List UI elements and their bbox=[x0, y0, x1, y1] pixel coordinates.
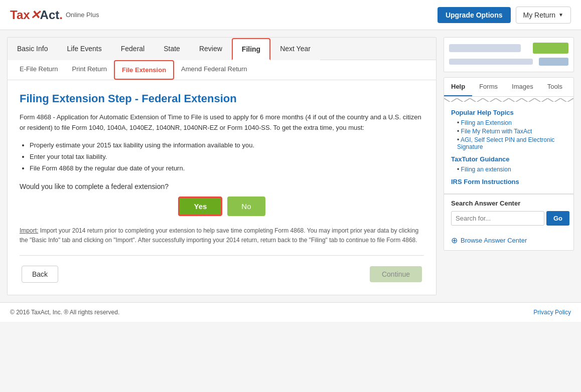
question-text: Would you like to complete a federal ext… bbox=[20, 182, 424, 190]
chevron-down-icon: ▼ bbox=[558, 12, 563, 18]
tab-review[interactable]: Review bbox=[190, 38, 232, 60]
page-description: Form 4868 - Application for Automatic Ex… bbox=[20, 112, 424, 133]
list-item: Properly estimate your 2015 tax liabilit… bbox=[30, 139, 424, 151]
yes-button[interactable]: Yes bbox=[178, 197, 222, 216]
divider bbox=[20, 255, 424, 256]
tab-basic-info[interactable]: Basic Info bbox=[8, 38, 57, 60]
placeholder-bar-blue bbox=[539, 58, 569, 66]
search-row: Go bbox=[451, 211, 566, 226]
footer: © 2016 TaxAct, Inc. ® All rights reserve… bbox=[0, 302, 581, 322]
help-tab-tools[interactable]: Tools bbox=[540, 78, 569, 96]
copyright: © 2016 TaxAct, Inc. ® All rights reserve… bbox=[10, 309, 119, 316]
browse-icon: ⊕ bbox=[451, 236, 458, 245]
placeholder-row-2 bbox=[449, 58, 568, 66]
privacy-policy-link[interactable]: Privacy Policy bbox=[533, 309, 571, 316]
help-content: Popular Help Topics Filing an Extension … bbox=[444, 102, 573, 193]
sidebar: Help Forms Images Tools Popular Help Top… bbox=[444, 37, 574, 295]
sub-tabs: E-File Return Print Return File Extensio… bbox=[8, 60, 436, 80]
sub-tab-efile-return[interactable]: E-File Return bbox=[13, 60, 65, 80]
my-return-button[interactable]: My Return ▼ bbox=[516, 7, 571, 24]
content-area: Basic Info Life Events Federal State Rev… bbox=[7, 37, 437, 295]
no-button[interactable]: No bbox=[227, 197, 265, 216]
sub-tab-file-extension[interactable]: File Extension bbox=[114, 60, 174, 80]
search-input[interactable] bbox=[451, 211, 544, 226]
logo-subtitle: Online Plus bbox=[66, 11, 99, 19]
browse-answer-center[interactable]: ⊕ Browse Answer Center bbox=[444, 236, 573, 250]
logo-tax: Tax bbox=[10, 8, 30, 22]
sub-tab-print-return[interactable]: Print Return bbox=[65, 60, 114, 80]
help-link-filing-extension-taxtutour[interactable]: Filing an extension bbox=[457, 166, 566, 173]
logo-dot: . bbox=[59, 8, 63, 22]
list-item: Enter your total tax liability. bbox=[30, 151, 424, 162]
header-buttons: Upgrade Options My Return ▼ bbox=[438, 7, 571, 24]
tab-next-year[interactable]: Next Year bbox=[270, 38, 320, 60]
taxtutour-title: TaxTutor Guidance bbox=[451, 155, 566, 163]
logo-area: Tax✕Act. Online Plus bbox=[10, 8, 99, 22]
placeholder-bar-1 bbox=[449, 44, 521, 52]
placeholder-bar-2 bbox=[449, 59, 533, 65]
logo-x: ✕ bbox=[30, 8, 40, 22]
app-header: Tax✕Act. Online Plus Upgrade Options My … bbox=[0, 0, 581, 30]
my-return-label: My Return bbox=[523, 11, 556, 19]
placeholder-row-1 bbox=[449, 43, 568, 54]
zigzag-decoration bbox=[444, 97, 573, 102]
tab-life-events[interactable]: Life Events bbox=[57, 38, 111, 60]
import-note: Import: Import your 2014 return prior to… bbox=[20, 226, 424, 245]
help-tabs: Help Forms Images Tools bbox=[444, 78, 573, 97]
tab-filing[interactable]: Filing bbox=[232, 38, 270, 60]
help-link-file-return[interactable]: File My Return with TaxAct bbox=[457, 128, 566, 135]
irs-title: IRS Form Instructions bbox=[451, 178, 566, 185]
continue-button: Continue bbox=[370, 266, 422, 282]
logo-act: Act bbox=[40, 8, 60, 22]
help-link-agi[interactable]: AGI, Self Select PIN and Electronic Sign… bbox=[457, 136, 566, 150]
import-label: Import: bbox=[20, 227, 38, 234]
sidebar-help: Help Forms Images Tools Popular Help Top… bbox=[444, 77, 574, 251]
help-tab-images[interactable]: Images bbox=[505, 78, 540, 96]
main-tabs: Basic Info Life Events Federal State Rev… bbox=[8, 38, 436, 60]
page-content: Filing Extension Step - Federal Extensio… bbox=[8, 80, 436, 295]
tab-state[interactable]: State bbox=[154, 38, 190, 60]
sidebar-placeholder-top bbox=[444, 37, 574, 72]
help-link-filing-extension[interactable]: Filing an Extension bbox=[457, 119, 566, 126]
bottom-buttons: Back Continue bbox=[20, 266, 424, 283]
list-item: File Form 4868 by the regular due date o… bbox=[30, 162, 424, 174]
browse-label: Browse Answer Center bbox=[461, 237, 527, 244]
go-button[interactable]: Go bbox=[546, 211, 569, 226]
placeholder-bar-green bbox=[533, 43, 568, 54]
help-tab-help[interactable]: Help bbox=[444, 78, 472, 96]
requirements-list: Properly estimate your 2015 tax liabilit… bbox=[30, 139, 424, 174]
help-tab-forms[interactable]: Forms bbox=[472, 78, 505, 96]
search-answer-title: Search Answer Center bbox=[451, 200, 566, 207]
logo: Tax✕Act. bbox=[10, 8, 63, 22]
popular-help-title: Popular Help Topics bbox=[451, 109, 566, 116]
sub-tab-amend-federal[interactable]: Amend Federal Return bbox=[174, 60, 254, 80]
back-button[interactable]: Back bbox=[22, 266, 58, 283]
main-layout: Basic Info Life Events Federal State Rev… bbox=[0, 30, 581, 302]
upgrade-options-button[interactable]: Upgrade Options bbox=[438, 7, 511, 23]
tab-federal[interactable]: Federal bbox=[111, 38, 154, 60]
import-text: Import your 2014 return prior to complet… bbox=[20, 227, 418, 244]
page-title: Filing Extension Step - Federal Extensio… bbox=[20, 92, 424, 105]
search-answer-section: Search Answer Center Go bbox=[444, 194, 573, 231]
yes-no-buttons: Yes No bbox=[20, 197, 424, 216]
